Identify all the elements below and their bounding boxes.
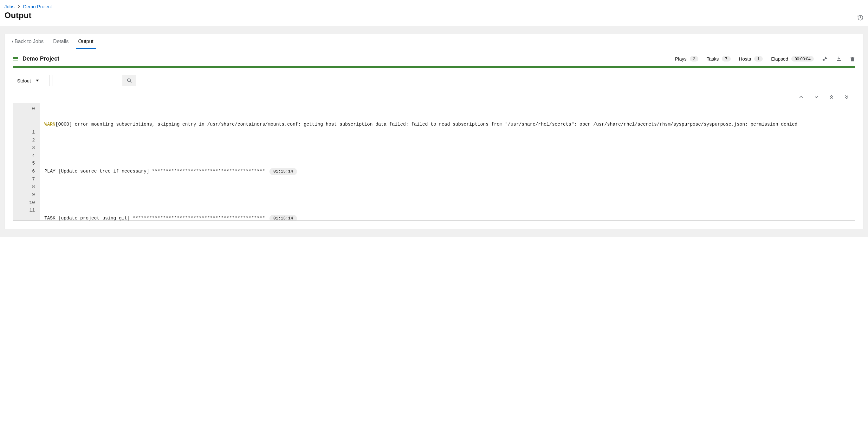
back-to-jobs-label: Back to Jobs xyxy=(14,39,44,45)
page-title: Output xyxy=(4,10,864,20)
log-time-4: 01:13:14 xyxy=(270,215,297,221)
status-success-icon xyxy=(13,57,18,61)
trash-icon[interactable] xyxy=(850,56,855,62)
metric-plays-count: 2 xyxy=(690,56,699,61)
log-line-0: [0000] error mounting subscriptions, ski… xyxy=(56,122,798,127)
metric-elapsed-label: Elapsed xyxy=(771,56,788,61)
metric-hosts-count: 1 xyxy=(754,56,763,61)
scroll-prev-icon[interactable] xyxy=(799,95,803,99)
download-icon[interactable] xyxy=(836,56,842,62)
caret-down-icon xyxy=(36,80,39,82)
chevron-right-icon xyxy=(18,5,20,8)
job-name: Demo Project xyxy=(23,56,59,62)
filter-search-input[interactable] xyxy=(53,75,119,86)
output-card: 0 1 2 3 4 5 6 7 8 9 10 11 WARN[0000] e xyxy=(13,91,855,221)
log-time-2: 01:13:14 xyxy=(270,168,297,175)
filter-select[interactable]: Stdout xyxy=(13,75,50,86)
tabs-row: Back to Jobs Details Output xyxy=(5,34,863,49)
metric-tasks: Tasks 7 xyxy=(707,56,731,61)
breadcrumb-project-link[interactable]: Demo Project xyxy=(23,4,52,9)
line-number-gutter: 0 1 2 3 4 5 6 7 8 9 10 11 xyxy=(13,103,40,221)
tab-output[interactable]: Output xyxy=(78,34,94,49)
metric-hosts-label: Hosts xyxy=(739,56,751,61)
log-line-4: TASK [update project using git] ********… xyxy=(44,214,265,221)
log-line-2: PLAY [Update source tree if necessary] *… xyxy=(44,168,265,175)
metric-tasks-count: 7 xyxy=(722,56,731,61)
breadcrumb-jobs-link[interactable]: Jobs xyxy=(4,4,14,9)
scroll-top-icon[interactable] xyxy=(829,94,834,99)
breadcrumb: Jobs Demo Project xyxy=(4,4,864,9)
log-warn-tag: WARN xyxy=(44,122,56,127)
metric-hosts: Hosts 1 xyxy=(739,56,763,61)
progress-bar xyxy=(13,66,855,68)
filter-select-value: Stdout xyxy=(17,78,31,83)
metric-plays: Plays 2 xyxy=(675,56,699,61)
back-to-jobs-link[interactable]: Back to Jobs xyxy=(12,39,44,45)
relaunch-icon[interactable] xyxy=(822,56,828,62)
caret-left-icon xyxy=(12,40,13,43)
metric-tasks-label: Tasks xyxy=(707,56,719,61)
history-icon[interactable] xyxy=(857,14,864,21)
log-lines: WARN[0000] error mounting subscriptions,… xyxy=(40,103,855,221)
svg-line-1 xyxy=(130,81,131,83)
filter-search-button[interactable] xyxy=(122,75,136,86)
tab-details[interactable]: Details xyxy=(53,34,69,49)
output-panel: Back to Jobs Details Output Demo Project… xyxy=(4,34,864,229)
metric-plays-label: Plays xyxy=(675,56,687,61)
output-body[interactable]: 0 1 2 3 4 5 6 7 8 9 10 11 WARN[0000] e xyxy=(13,103,855,221)
scroll-bottom-icon[interactable] xyxy=(844,94,849,99)
metric-elapsed: Elapsed 00:00:04 xyxy=(771,56,814,61)
scroll-next-icon[interactable] xyxy=(814,95,818,99)
metric-elapsed-value: 00:00:04 xyxy=(791,56,814,61)
